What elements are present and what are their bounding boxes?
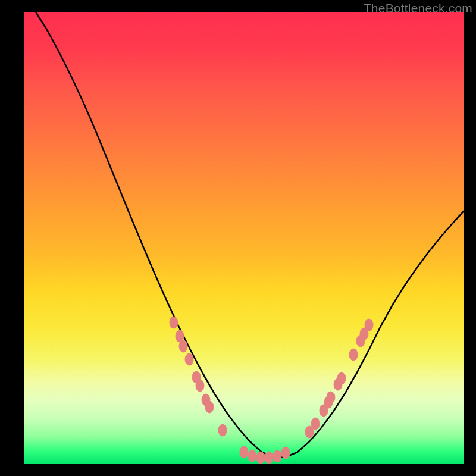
curve-marker	[311, 418, 320, 430]
curve-marker	[185, 353, 193, 365]
watermark-text: TheBottleneck.com	[364, 1, 472, 15]
v-curve	[36, 12, 464, 457]
curve-marker	[256, 452, 265, 464]
curve-marker	[248, 450, 256, 462]
curve-marker	[349, 349, 358, 361]
plot-area	[24, 12, 464, 464]
curve-marker	[196, 380, 204, 392]
curve-markers	[170, 317, 373, 464]
curve-marker	[265, 452, 273, 464]
curve-marker	[240, 446, 248, 458]
curve-marker	[170, 317, 178, 328]
curve-marker	[365, 319, 373, 331]
curve-marker	[327, 392, 335, 403]
outer-frame: TheBottleneck.com	[0, 0, 476, 476]
curve-marker	[337, 372, 346, 384]
curve-marker	[179, 340, 187, 352]
curve-marker	[218, 424, 227, 436]
curve-marker	[273, 450, 281, 462]
chart-svg	[24, 12, 464, 464]
curve-marker	[205, 401, 214, 413]
curve-marker	[281, 447, 290, 459]
